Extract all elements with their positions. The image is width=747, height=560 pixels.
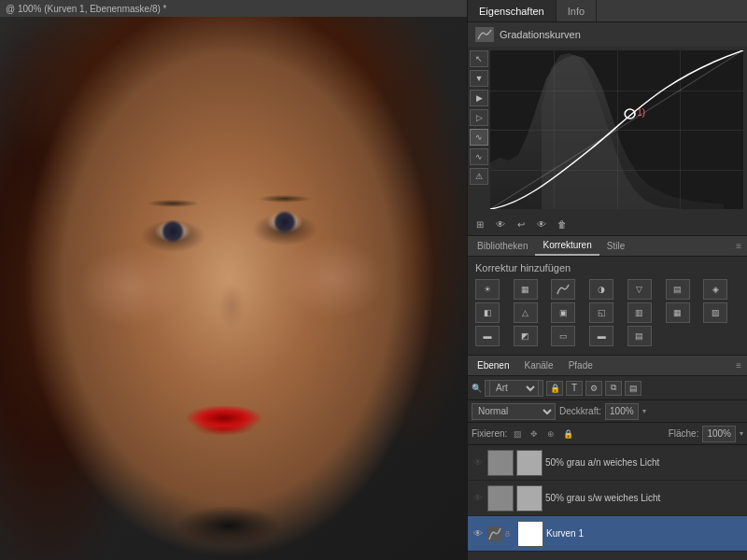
tab-pfade[interactable]: Pfade — [561, 356, 600, 375]
corr-btn-gradientmap[interactable]: ▬ — [475, 326, 500, 346]
opacity-label: Deckkraft: — [559, 406, 601, 416]
corr-btn-posterize[interactable]: ▦ — [666, 302, 690, 323]
layer-visibility-icon[interactable]: 👁 — [472, 527, 485, 540]
corr-btn-photofilter[interactable]: △ — [514, 302, 538, 323]
tab-korrekturen[interactable]: Korrekturen — [535, 236, 599, 256]
blend-mode-select[interactable]: Normal Auflösen Abdunkeln Multiplizieren… — [472, 403, 556, 420]
blend-mode-row: Normal Auflösen Abdunkeln Multiplizieren… — [468, 400, 747, 423]
right-panel: Eigenschaften Info Gradationskurven ↖ — [467, 0, 747, 560]
corr-btn-curves[interactable] — [551, 279, 575, 300]
layers-list: 👁 50% grau a/n weiches Licht 👁 50% grau … — [468, 445, 747, 560]
tool-pencil[interactable]: ∿ — [470, 129, 488, 146]
korrekturen-title: Korrektur hinzufügen — [475, 262, 740, 273]
layer-lock-icon[interactable]: 🔒 — [546, 381, 563, 396]
curves-main: ↖ ▼ ▶ ▷ ∿ ∿ ⚠ — [468, 47, 747, 213]
layer-mask-thumbnail — [517, 521, 543, 547]
portrait-image — [0, 17, 467, 560]
corr-btn-colorbalance[interactable]: ◈ — [703, 279, 727, 300]
layer-type-select[interactable]: Art Name Effekt — [489, 380, 539, 397]
section-tab-menu[interactable]: ≡ — [736, 236, 745, 256]
tool-eyedropper-mid[interactable]: ▶ — [470, 90, 488, 106]
layers-tab-menu[interactable]: ≡ — [736, 356, 745, 375]
layer-search-box[interactable]: Art Name Effekt — [485, 380, 543, 397]
section-tabs: Bibliotheken Korrekturen Stile ≡ — [468, 236, 747, 257]
layer-item[interactable]: 👁 50% grau a/n weiches Licht — [468, 445, 747, 481]
tab-eigenschaften[interactable]: Eigenschaften — [468, 0, 557, 21]
korrekturen-section: Korrektur hinzufügen ☀ ▦ ◑ ▽ ▤ ◈ ◧ △ ▣ ◱… — [468, 257, 747, 356]
corr-btn-vibrance[interactable]: ▽ — [627, 279, 652, 300]
layer-number: 8 — [505, 529, 514, 539]
fixieren-row: Fixieren: ▨ ✥ ⊕ 🔒 Fläche: 100% ▾ — [468, 423, 747, 445]
tab-kanaele[interactable]: Kanäle — [516, 356, 560, 375]
layer-visibility-icon[interactable]: 👁 — [472, 456, 485, 469]
layer-name: Kurven 1 — [546, 528, 743, 539]
layer-text-icon[interactable]: T — [566, 381, 583, 396]
curves-header-icon — [475, 27, 494, 42]
fixieren-label: Fixieren: — [472, 428, 507, 439]
curves-bottom-icons: ⊞ 👁 ↩ 👁 🗑 — [472, 217, 571, 231]
tool-cursor[interactable]: ↖ — [470, 50, 488, 67]
curves-graph[interactable]: 1) — [490, 50, 743, 209]
main-layout: @ 100% (Kurven 1, Ebenenmaske/8) * Eigen… — [0, 0, 747, 560]
curves-header: Gradationskurven — [468, 22, 747, 47]
layer-copy-icon[interactable]: ⧉ — [605, 381, 622, 396]
fix-all-icon[interactable]: 🔒 — [561, 427, 574, 441]
corr-btn-pattern[interactable]: ▤ — [627, 326, 652, 346]
canvas-title: @ 100% (Kurven 1, Ebenenmaske/8) * — [6, 4, 166, 14]
correction-grid-3: ▬ ◩ ▭ ▬ ▤ — [475, 326, 740, 346]
layer-item[interactable]: 👁 50% grau s/w weiches Licht — [468, 481, 747, 516]
layers-toolbar: 🔍 Art Name Effekt 🔒 T ⚙ ⧉ ▤ — [468, 376, 747, 400]
corr-btn-channelmixer[interactable]: ▣ — [551, 302, 575, 323]
curves-bottom-reset[interactable]: ↩ — [513, 217, 529, 231]
corr-btn-levels[interactable]: ▦ — [514, 279, 538, 300]
tool-eyedropper-dark[interactable]: ▼ — [470, 70, 488, 87]
curves-bottom-trash[interactable]: 🗑 — [554, 217, 571, 231]
flaeche-arrow[interactable]: ▾ — [740, 429, 743, 438]
corr-btn-brightness[interactable]: ☀ — [475, 279, 500, 300]
layer-adjust-icon[interactable]: ⚙ — [585, 381, 602, 396]
curves-panel: Gradationskurven ↖ ▼ ▶ ▷ ∿ ∿ ⚠ — [468, 22, 747, 236]
layers-tabs: Ebenen Kanäle Pfade ≡ — [468, 356, 747, 376]
canvas-area: @ 100% (Kurven 1, Ebenenmaske/8) * — [0, 0, 467, 560]
curves-bottom-eye[interactable]: 👁 — [492, 217, 509, 231]
fix-pixels-icon[interactable]: ▨ — [511, 427, 524, 441]
corr-btn-solidcolor[interactable]: ▭ — [551, 326, 575, 346]
tool-warning[interactable]: ⚠ — [470, 168, 488, 185]
corr-btn-colorlookup[interactable]: ◱ — [589, 302, 613, 323]
tab-bibliotheken[interactable]: Bibliotheken — [470, 236, 535, 256]
curves-bottom-visibility[interactable]: 👁 — [533, 217, 550, 231]
canvas-title-bar: @ 100% (Kurven 1, Ebenenmaske/8) * — [0, 0, 467, 17]
flaeche-value[interactable]: 100% — [702, 426, 736, 442]
tool-smooth[interactable]: ∿ — [470, 148, 488, 165]
tool-eyedropper-light[interactable]: ▷ — [470, 109, 488, 126]
fix-artboard-icon[interactable]: ⊕ — [544, 427, 557, 441]
layer-visibility-icon[interactable]: 👁 — [472, 492, 485, 505]
layer-name: 50% grau a/n weiches Licht — [545, 457, 743, 468]
layer-item-active[interactable]: 👁 8 Kurven 1 — [468, 516, 747, 552]
layer-name: 50% grau s/w weiches Licht — [545, 493, 743, 503]
layer-mask-thumbnail — [516, 450, 543, 476]
corr-btn-threshold[interactable]: ▨ — [703, 302, 727, 323]
curves-bottom-bar: ⊞ 👁 ↩ 👁 🗑 — [468, 213, 747, 235]
layer-thumbnail — [487, 485, 514, 511]
corr-btn-selectivecolor[interactable]: ◩ — [514, 326, 538, 346]
curves-bottom-select[interactable]: ⊞ — [472, 217, 488, 231]
tab-ebenen[interactable]: Ebenen — [470, 356, 516, 375]
flaeche-label: Fläche: — [669, 428, 699, 439]
fix-move-icon[interactable]: ✥ — [528, 427, 541, 441]
tab-info[interactable]: Info — [557, 0, 597, 21]
corr-btn-gradient[interactable]: ▬ — [589, 326, 613, 346]
layer-grid-icon[interactable]: ▤ — [625, 381, 641, 396]
corr-btn-invert[interactable]: ▥ — [627, 302, 652, 323]
panel-tabs: Eigenschaften Info — [468, 0, 747, 22]
opacity-arrow[interactable]: ▾ — [642, 407, 646, 415]
search-icon: 🔍 — [472, 384, 482, 393]
curves-tools: ↖ ▼ ▶ ▷ ∿ ∿ ⚠ — [468, 47, 490, 213]
corr-btn-exposure[interactable]: ◑ — [589, 279, 613, 300]
corr-btn-hsl[interactable]: ▤ — [666, 279, 690, 300]
corr-btn-bw[interactable]: ◧ — [475, 302, 500, 323]
svg-point-3 — [625, 109, 635, 119]
layer-thumbnail — [487, 450, 514, 476]
tab-stile[interactable]: Stile — [599, 236, 632, 256]
opacity-value[interactable]: 100% — [605, 403, 639, 420]
